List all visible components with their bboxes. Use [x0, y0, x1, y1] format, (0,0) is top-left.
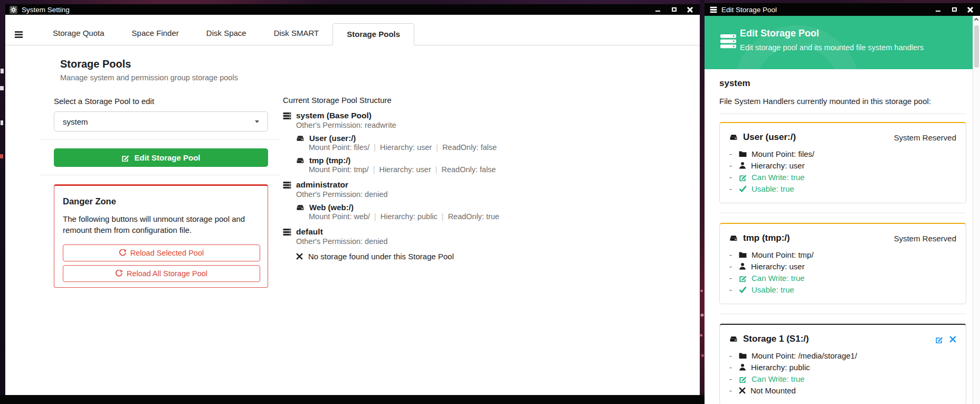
storage-pool-select[interactable]: system	[54, 111, 268, 131]
page-subtitle: Manage system and permission group stora…	[60, 73, 238, 82]
storage-details: Mount Point: tmp/Hierarchy: userReadOnly…	[309, 165, 600, 174]
handler-item-list: Mount Point: /media/storage1/Hierarchy: …	[729, 350, 956, 396]
divider	[719, 314, 966, 314]
divider	[719, 213, 966, 213]
server-icon	[283, 112, 291, 120]
edit-handler-button[interactable]	[935, 335, 943, 343]
pool-tree: system (Base Pool)Other's Permission: re…	[283, 111, 600, 261]
maximize-button[interactable]	[671, 6, 677, 13]
handler-item: Hierarchy: user	[729, 159, 956, 171]
handler-item: Hierarchy: public	[729, 361, 956, 373]
scrollbar[interactable]	[973, 16, 980, 404]
tab-bar: Storage QuotaSpace FinderDisk SpaceDisk …	[5, 15, 700, 45]
folder-icon	[739, 251, 747, 258]
close-button[interactable]	[967, 6, 974, 13]
tab-space-finder[interactable]: Space Finder	[118, 23, 193, 45]
edit-button-label: Edit Storage Pool	[134, 153, 200, 162]
handler-item: Usable: true	[729, 284, 956, 295]
tab-disk-space[interactable]: Disk Space	[193, 23, 260, 45]
handler-card: User (user:/)System ReservedMount Point:…	[719, 122, 966, 203]
pool-permission: Other's Permission: denied	[296, 237, 600, 246]
pool-name: administrator	[296, 180, 348, 190]
hdd-icon	[296, 135, 305, 142]
scrollbar-thumb[interactable]	[974, 25, 979, 68]
check-icon	[739, 185, 747, 192]
storage-name: Web (web:/)	[309, 203, 354, 212]
remove-handler-button[interactable]	[949, 336, 956, 343]
storage-details: Mount Point: web/Hierarchy: publicReadOn…	[309, 212, 600, 221]
handler-item-list: Mount Point: files/Hierarchy: userCan Wr…	[729, 148, 956, 194]
edit-window-content: Edit Storage Pool Edit storage pool and …	[705, 16, 980, 404]
handler-item-label: Mount Point: tmp/	[751, 250, 814, 259]
handler-card-header: Storage 1 (S1:/)	[729, 334, 956, 344]
handler-item: Usable: true	[729, 183, 956, 194]
check-icon	[739, 286, 747, 293]
storage-row[interactable]: User (user:/)	[296, 134, 600, 143]
pool-structure-panel: Current Storage Pool Structure system (B…	[283, 96, 600, 261]
desktop-icon-fragment	[1, 69, 4, 73]
handler-item-label: Usable: true	[751, 184, 794, 193]
tab-storage-pools[interactable]: Storage Pools	[332, 23, 414, 45]
cross-icon	[739, 387, 746, 394]
danger-zone-card: Danger Zone The following buttons will u…	[54, 184, 268, 288]
hdd-icon	[296, 157, 305, 164]
divider	[40, 139, 281, 140]
handler-card: tmp (tmp:/)System ReservedMount Point: t…	[719, 223, 966, 304]
storage-detail: Hierarchy: public	[370, 212, 437, 221]
reload-all-pool-button[interactable]: Reload All Storage Pool	[63, 265, 260, 282]
tab-disk-smart[interactable]: Disk SMART	[260, 23, 333, 45]
storage-row[interactable]: Web (web:/)	[296, 203, 600, 212]
handler-item-label: Not Mounted	[750, 386, 796, 395]
handler-item-label: Mount Point: /media/storage1/	[751, 351, 857, 360]
minimize-button[interactable]	[654, 6, 661, 13]
edit-icon	[739, 173, 747, 181]
maximize-button[interactable]	[951, 6, 957, 13]
hdd-icon	[729, 234, 738, 242]
divider	[719, 114, 966, 114]
handler-item-label: Usable: true	[751, 285, 794, 294]
user-icon	[739, 162, 746, 169]
storage-detail: ReadOnly: true	[437, 212, 499, 221]
tab-storage-quota[interactable]: Storage Quota	[39, 23, 118, 45]
close-icon	[949, 336, 956, 343]
storage-name: User (user:/)	[309, 134, 356, 143]
handler-item: Mount Point: tmp/	[729, 249, 956, 260]
close-button[interactable]	[687, 6, 693, 13]
pool-name: default	[296, 227, 323, 237]
system-setting-window: System Setting Storage QuotaSpace Finder…	[5, 4, 700, 395]
edit-icon	[121, 154, 129, 162]
window-title: System Setting	[22, 6, 70, 14]
pool-row[interactable]: administrator	[283, 180, 600, 190]
handler-item-label: Hierarchy: public	[751, 363, 810, 372]
empty-pool-row: No storage found under this Storage Pool	[296, 252, 600, 261]
edit-icon	[935, 335, 943, 343]
pool-tree-item: defaultOther's Permission: deniedNo stor…	[283, 227, 600, 261]
handler-card-header: User (user:/)System Reserved	[729, 132, 956, 143]
handler-item-label: Hierarchy: user	[751, 161, 805, 170]
desktop-icon-fragment	[0, 86, 4, 90]
reload-all-label: Reload All Storage Pool	[127, 269, 207, 278]
gear-icon	[9, 6, 17, 14]
storage-detail: ReadOnly: false	[432, 143, 497, 152]
user-icon	[739, 363, 746, 371]
handler-card-header: tmp (tmp:/)System Reserved	[729, 233, 956, 243]
storage-row[interactable]: tmp (tmp:/)	[296, 156, 600, 165]
scroll-up-icon[interactable]	[974, 18, 978, 22]
pool-row[interactable]: system (Base Pool)	[283, 111, 600, 120]
edit-storage-pool-button[interactable]: Edit Storage Pool	[54, 148, 268, 167]
user-icon	[739, 262, 746, 270]
storage-detail: Mount Point: files/	[309, 143, 369, 152]
pool-row[interactable]: default	[283, 227, 600, 237]
reload-selected-pool-button[interactable]: Reload Selected Pool	[63, 245, 260, 261]
handler-item-label: Hierarchy: user	[751, 262, 805, 271]
minimize-button[interactable]	[935, 6, 941, 13]
system-reserved-badge: System Reserved	[894, 133, 956, 142]
pool-name: system (Base Pool)	[296, 111, 372, 120]
page-title: Storage Pools	[60, 58, 131, 70]
refresh-icon	[116, 270, 122, 277]
divider	[40, 175, 281, 175]
desktop: System Setting Storage QuotaSpace Finder…	[0, 0, 980, 404]
hamburger-menu-icon[interactable]	[15, 30, 23, 40]
edit-icon	[739, 375, 747, 383]
edit-pool-banner: Edit Storage Pool Edit storage pool and …	[705, 16, 973, 69]
